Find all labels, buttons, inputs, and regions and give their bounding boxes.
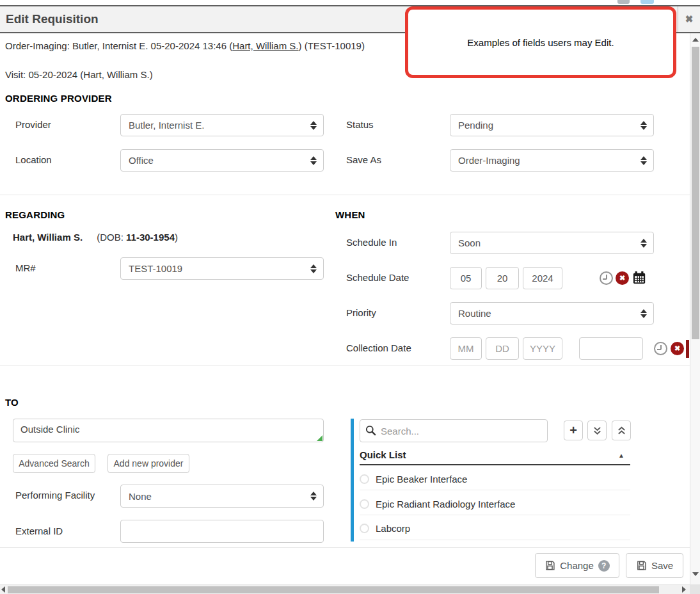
dialog-title: Edit Requisition: [6, 12, 99, 26]
mr-label: MR#: [15, 262, 36, 273]
recipient-search-wrap: [360, 419, 548, 442]
schedule-calendar-icon[interactable]: [632, 271, 646, 285]
schedule-date-label: Schedule Date: [346, 272, 409, 283]
quick-list-item[interactable]: Epic Beaker Interface: [360, 469, 630, 488]
order-summary-line: Order-Imaging: Butler, Internist E. 05-2…: [5, 40, 365, 51]
performing-facility-select[interactable]: None: [120, 485, 324, 508]
section-regarding: REGARDING: [5, 209, 65, 220]
radio-icon[interactable]: [360, 524, 369, 533]
scroll-right-icon[interactable]: [682, 586, 686, 593]
horizontal-scroll-thumb[interactable]: [8, 586, 659, 593]
expand-all-button[interactable]: [587, 421, 607, 440]
external-id-input[interactable]: [120, 520, 324, 543]
recipient-textarea[interactable]: Outside Clinic: [13, 419, 324, 442]
divider: [0, 547, 690, 548]
quick-list-title: Quick List: [360, 449, 406, 460]
schedule-in-value: Soon: [458, 237, 481, 248]
schedule-year-input[interactable]: [523, 267, 562, 289]
priority-select[interactable]: Routine: [450, 302, 654, 325]
clear-glyph: ✖: [674, 344, 680, 353]
mr-value: TEST-10019: [129, 263, 182, 274]
quick-list-item-label: Epic Radiant Radiology Interface: [376, 499, 515, 510]
save-button[interactable]: Save: [626, 553, 683, 578]
collection-time-input[interactable]: [579, 337, 643, 360]
priority-label: Priority: [346, 307, 376, 318]
collection-day-input[interactable]: [486, 337, 519, 360]
close-button[interactable]: ✖: [678, 6, 700, 32]
mr-select[interactable]: TEST-10019: [120, 257, 324, 280]
recipient-search-input[interactable]: [360, 419, 548, 442]
save-as-select[interactable]: Order-Imaging: [450, 149, 654, 172]
save-as-label: Save As: [346, 154, 381, 165]
patient-line: Hart, William S. (DOB: 11-30-1954): [13, 232, 178, 243]
order-summary-prefix: Order-Imaging: Butler, Internist E. 05-2…: [5, 40, 232, 51]
radio-icon[interactable]: [360, 499, 369, 509]
select-updown-icon: [640, 239, 647, 248]
patient-link[interactable]: Hart, William S.: [232, 40, 298, 51]
schedule-month-input[interactable]: [450, 267, 482, 289]
advanced-search-button[interactable]: Advanced Search: [13, 454, 95, 473]
provider-select[interactable]: Butler, Internist E.: [120, 114, 324, 136]
schedule-in-label: Schedule In: [346, 237, 397, 248]
schedule-day-input[interactable]: [486, 267, 519, 289]
save-disk-icon: [545, 560, 555, 571]
select-updown-icon: [640, 156, 647, 165]
schedule-in-select[interactable]: Soon: [450, 232, 654, 254]
save-disk-icon: [636, 560, 647, 571]
scroll-left-icon[interactable]: [1, 586, 5, 593]
save-label: Save: [651, 560, 673, 571]
collection-calendar-icon[interactable]: [686, 340, 689, 358]
double-chevron-up-icon: [617, 426, 626, 436]
select-updown-icon: [310, 156, 317, 165]
quick-list-item[interactable]: Labcorp: [360, 518, 630, 538]
quick-list-collapse-icon[interactable]: ▲: [618, 452, 624, 459]
help-icon[interactable]: ?: [598, 560, 610, 572]
performing-facility-value: None: [129, 491, 152, 502]
location-select[interactable]: Office: [120, 149, 324, 172]
collection-year-input[interactable]: [523, 337, 562, 360]
resize-grip-icon[interactable]: [317, 435, 322, 441]
horizontal-scrollbar[interactable]: [0, 584, 700, 594]
collection-time-icon[interactable]: [654, 342, 667, 355]
external-id-label: External ID: [15, 526, 63, 536]
save-as-value: Order-Imaging: [458, 155, 520, 166]
select-updown-icon: [310, 492, 317, 501]
list-divider: [360, 540, 630, 540]
recipient-field-wrap: Outside Clinic: [13, 419, 324, 442]
schedule-clear-icon[interactable]: ✖: [616, 271, 629, 285]
divider: [0, 195, 690, 195]
plus-icon: +: [569, 423, 577, 438]
section-when: WHEN: [335, 209, 365, 220]
background-icon-blue: [640, 0, 654, 4]
vertical-scrollbar[interactable]: [690, 33, 700, 584]
select-updown-icon: [640, 121, 647, 130]
schedule-time-icon[interactable]: [600, 271, 613, 285]
radio-icon[interactable]: [360, 474, 369, 484]
list-divider: [360, 490, 630, 490]
status-select[interactable]: Pending: [450, 114, 654, 136]
clear-glyph: ✖: [619, 274, 625, 282]
select-updown-icon: [310, 264, 317, 273]
search-icon: [365, 425, 376, 436]
list-divider: [360, 515, 630, 515]
collection-clear-icon[interactable]: ✖: [671, 342, 684, 355]
performing-facility-label: Performing Facility: [15, 490, 95, 501]
add-recipient-button[interactable]: +: [564, 421, 583, 440]
vertical-scroll-thumb[interactable]: [692, 47, 699, 339]
priority-value: Routine: [458, 308, 491, 319]
change-label: Change: [560, 560, 594, 571]
close-icon: ✖: [685, 13, 694, 25]
collection-date-label: Collection Date: [346, 342, 411, 353]
collapse-all-button[interactable]: [612, 421, 631, 440]
change-button[interactable]: Change ?: [535, 553, 619, 578]
annotation-callout: Examples of fields users may Edit.: [405, 6, 676, 78]
divider: [0, 365, 690, 365]
scroll-down-icon[interactable]: [692, 572, 699, 576]
scrollbar-corner: [690, 584, 700, 594]
quick-list-item[interactable]: Epic Radiant Radiology Interface: [360, 494, 630, 513]
status-label: Status: [346, 119, 374, 130]
collection-month-input[interactable]: [450, 337, 482, 360]
quick-list-item-label: Epic Beaker Interface: [376, 474, 467, 485]
scroll-up-icon[interactable]: [692, 38, 699, 42]
add-new-provider-button[interactable]: Add new provider: [107, 454, 189, 473]
